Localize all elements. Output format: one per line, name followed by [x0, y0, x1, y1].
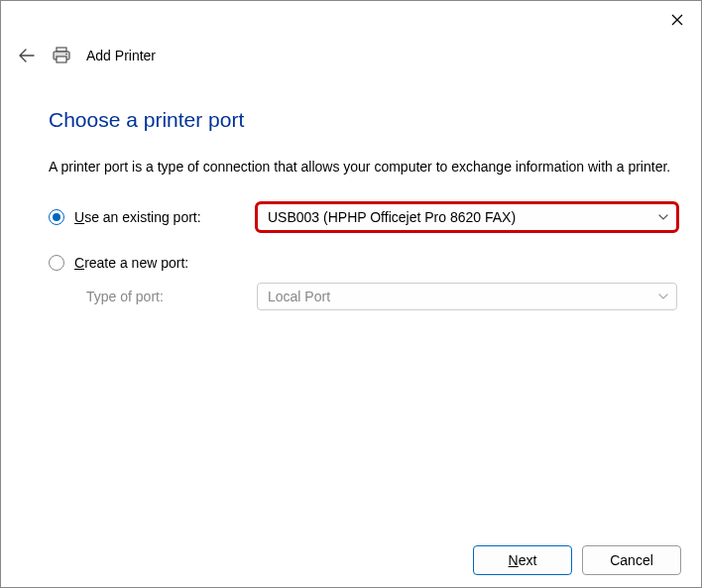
title-bar [1, 1, 701, 41]
type-of-port-value: Local Port [268, 289, 330, 304]
type-of-port-row: Type of port: Local Port [49, 283, 677, 310]
footer-buttons: Next Cancel [473, 545, 681, 575]
chevron-down-icon [658, 214, 668, 220]
chevron-down-icon [658, 294, 668, 299]
existing-port-value: USB003 (HPHP Officejet Pro 8620 FAX) [268, 209, 516, 225]
page-heading: Choose a printer port [49, 108, 677, 132]
radio-use-existing-label: Use an existing port: [74, 209, 201, 225]
type-of-port-dropdown: Local Port [257, 283, 677, 310]
header-row: Add Printer [17, 45, 685, 66]
type-of-port-label: Type of port: [86, 289, 257, 304]
option-existing-radio-group[interactable]: Use an existing port: [49, 209, 257, 225]
svg-point-5 [65, 54, 67, 56]
svg-rect-2 [57, 48, 66, 52]
page-description: A printer port is a type of connection t… [49, 158, 677, 177]
printer-icon [51, 45, 72, 66]
existing-port-dropdown[interactable]: USB003 (HPHP Officejet Pro 8620 FAX) [257, 203, 677, 231]
option-create-radio-group[interactable]: Create a new port: [49, 255, 257, 271]
close-button[interactable] [669, 12, 685, 28]
svg-rect-4 [57, 57, 66, 62]
close-icon [671, 14, 683, 26]
back-button[interactable] [17, 46, 37, 65]
radio-use-existing[interactable] [49, 209, 64, 225]
option-existing-row: Use an existing port: USB003 (HPHP Offic… [49, 203, 677, 231]
back-arrow-icon [19, 49, 35, 62]
option-create-row: Create a new port: [49, 255, 677, 271]
radio-create-new[interactable] [49, 255, 64, 271]
cancel-button[interactable]: Cancel [582, 545, 681, 575]
next-button[interactable]: Next [473, 545, 572, 575]
radio-create-new-label: Create a new port: [74, 255, 188, 271]
content-area: Choose a printer port A printer port is … [49, 108, 677, 310]
window-title: Add Printer [86, 48, 156, 63]
